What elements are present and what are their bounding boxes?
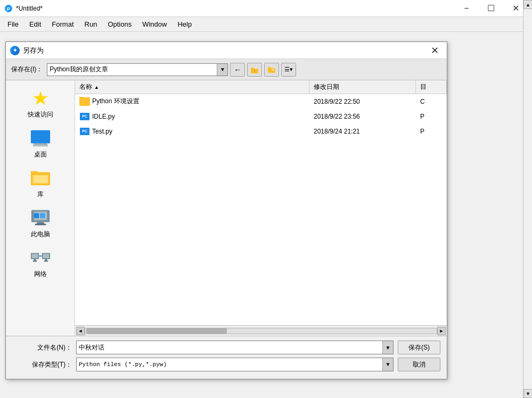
table-row[interactable]: PC Test.py 2018/9/24 21:21 P (75, 124, 447, 139)
filename-dropdown-arrow[interactable]: ▼ (382, 341, 393, 354)
title-bar: P *Untitled* − ☐ ✕ (0, 0, 532, 17)
dialog-title: 另存为 (23, 46, 427, 55)
this-pc-label: 此电脑 (31, 230, 50, 239)
svg-rect-10 (32, 144, 48, 146)
svg-rect-23 (43, 254, 48, 258)
svg-text:↑: ↑ (254, 69, 256, 73)
up-folder-button[interactable]: ↑ (247, 63, 262, 77)
cancel-button[interactable]: 取消 (398, 358, 440, 371)
filetype-label: 保存类型(T)： (12, 360, 76, 369)
file-list-header: 名称 ▲ 修改日期 目 (75, 80, 447, 94)
scroll-right-arrow[interactable]: ► (437, 327, 446, 335)
library-item[interactable]: 库 (6, 164, 75, 202)
filetype-combo[interactable]: Python files (*.py,*.pyw) ▼ (76, 358, 394, 371)
filename-combo[interactable]: ▼ (76, 341, 394, 354)
save-location-combo[interactable]: Python我的原创文章 ▼ (47, 63, 228, 76)
svg-rect-8 (30, 130, 50, 144)
menu-file[interactable]: File (2, 18, 24, 30)
scroll-up-arrow[interactable]: ▲ (523, 0, 532, 9)
network-label: 网络 (34, 270, 47, 279)
col-name-header[interactable]: 名称 ▲ (75, 80, 309, 94)
title-bar-controls: − ☐ ✕ (454, 0, 528, 17)
library-icon (30, 168, 51, 189)
minimize-button[interactable]: − (454, 0, 479, 17)
dialog-bottom: 文件名(N)： ▼ 保存(S) 保存类型(T)： Python files (*… (6, 336, 447, 379)
save-location-value: Python我的原创文章 (50, 65, 225, 74)
this-pc-icon (30, 208, 51, 229)
folder-icon (79, 97, 90, 106)
save-location-label: 保存在(I)： (11, 65, 43, 74)
h-scrollbar-track (85, 328, 437, 334)
quick-access-item[interactable]: ★ 快速访问 (6, 85, 75, 122)
pc-file-icon: PC (79, 127, 90, 136)
dialog-toolbar: 保存在(I)： Python我的原创文章 ▼ ← ↑ + (6, 59, 447, 80)
svg-rect-12 (30, 171, 37, 176)
file-list-panel: 名称 ▲ 修改日期 目 Pyth (75, 80, 447, 336)
svg-rect-13 (32, 175, 48, 183)
menu-run[interactable]: Run (79, 18, 103, 30)
save-button[interactable]: 保存(S) (398, 341, 440, 354)
svg-rect-19 (40, 213, 45, 218)
quick-access-label: 快速访问 (28, 110, 53, 119)
right-scrollbar[interactable]: ▲ ▼ (523, 0, 532, 398)
back-button[interactable]: ← (230, 63, 245, 77)
menu-format[interactable]: Format (46, 18, 79, 30)
menu-help[interactable]: Help (172, 18, 197, 30)
table-row[interactable]: PC IDLE.py 2018/9/22 23:56 P (75, 109, 447, 124)
dialog-close-button[interactable]: ✕ (427, 43, 443, 58)
svg-rect-21 (31, 254, 37, 258)
save-location-dropdown-arrow[interactable]: ▼ (217, 64, 227, 76)
app-icon: P (4, 4, 13, 13)
dialog-icon: ✦ (10, 46, 20, 55)
svg-rect-28 (44, 261, 48, 262)
col-type-header[interactable]: 目 (416, 80, 447, 94)
library-label: 库 (37, 190, 44, 199)
scroll-down-arrow[interactable]: ▼ (523, 389, 532, 398)
pc-file-icon: PC (79, 112, 90, 121)
svg-text:P: P (7, 6, 10, 12)
new-folder-button[interactable]: + (264, 63, 279, 77)
file-list: Python 环境设置 2018/9/22 22:50 C (75, 94, 447, 325)
desktop-icon (30, 128, 51, 149)
svg-rect-26 (32, 261, 37, 262)
menu-bar: File Edit Format Run Options Window Help (0, 17, 532, 32)
quick-access-panel: ★ 快速访问 桌面 (6, 80, 75, 336)
dialog-title-bar: ✦ 另存为 ✕ (6, 42, 447, 59)
filetype-row: 保存类型(T)： Python files (*.py,*.pyw) ▼ 取消 (12, 358, 440, 371)
scroll-left-arrow[interactable]: ◄ (76, 327, 85, 335)
filename-label: 文件名(N)： (12, 343, 76, 352)
h-scrollbar-thumb[interactable] (86, 328, 227, 334)
filetype-dropdown-arrow[interactable]: ▼ (382, 358, 393, 371)
svg-rect-6 (268, 67, 271, 69)
sort-arrow: ▲ (94, 85, 99, 90)
quick-access-icon: ★ (30, 88, 51, 109)
maximize-button[interactable]: ☐ (479, 0, 503, 17)
network-icon (30, 247, 51, 269)
filename-row: 文件名(N)： ▼ 保存(S) (12, 341, 440, 354)
table-row[interactable]: Python 环境设置 2018/9/22 22:50 C (75, 94, 447, 109)
scrollbar-track (523, 9, 532, 389)
desktop-item[interactable]: 桌面 (6, 125, 75, 162)
main-window: P *Untitled* − ☐ ✕ File Edit Format Run … (0, 0, 532, 398)
network-item[interactable]: 网络 (6, 244, 75, 282)
filename-input[interactable] (79, 344, 380, 351)
desktop-label: 桌面 (34, 150, 47, 159)
menu-window[interactable]: Window (137, 18, 172, 30)
this-pc-item[interactable]: 此电脑 (6, 204, 75, 242)
menu-options[interactable]: Options (102, 18, 137, 30)
svg-rect-18 (34, 213, 39, 218)
save-dialog: ✦ 另存为 ✕ 保存在(I)： Python我的原创文章 ▼ ← ↑ (5, 42, 447, 379)
svg-text:+: + (272, 68, 275, 72)
svg-rect-17 (35, 223, 46, 225)
col-modified-header[interactable]: 修改日期 (309, 80, 416, 94)
view-button[interactable]: ☰▾ (281, 63, 296, 77)
filetype-value: Python files (*.py,*.pyw) (79, 361, 380, 368)
dialog-body: ★ 快速访问 桌面 (6, 80, 447, 336)
window-title: *Untitled* (16, 5, 454, 12)
menu-edit[interactable]: Edit (24, 18, 46, 30)
horizontal-scrollbar[interactable]: ◄ ► (75, 325, 447, 336)
